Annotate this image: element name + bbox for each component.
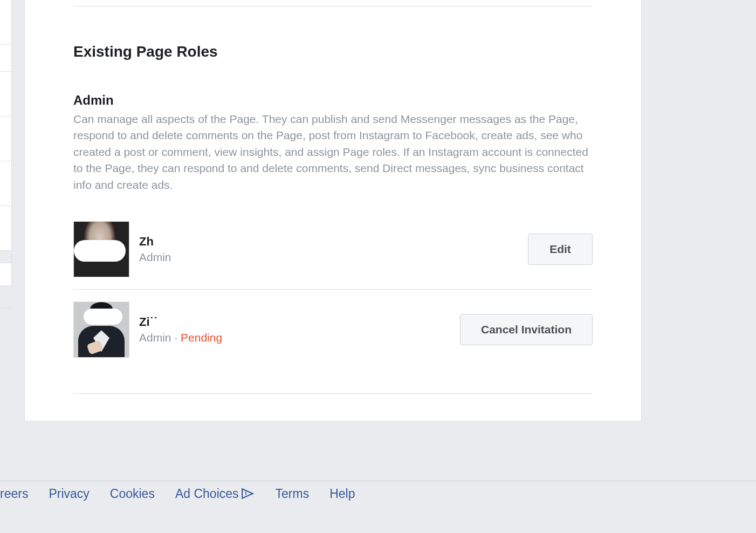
role-name: Zi˙˙ — [139, 315, 460, 329]
role-row: Zi˙˙ Admin · Pending Cancel Invitation — [73, 289, 593, 370]
footer-link-privacy[interactable]: Privacy — [49, 454, 89, 533]
avatar — [73, 221, 129, 277]
cancel-invitation-button[interactable]: Cancel Invitation — [460, 314, 593, 345]
role-name: Zh — [139, 235, 528, 249]
role-row: Zh Admin Edit — [73, 209, 593, 289]
role-sub: Admin · Pending — [139, 331, 460, 344]
footer-links: reers Privacy Cookies Ad Choices i Terms… — [0, 441, 756, 533]
role-label: Admin — [139, 251, 171, 263]
svg-text:i: i — [245, 490, 246, 496]
role-info: Zh Admin — [129, 235, 528, 264]
avatar — [73, 302, 129, 358]
footer-link-cookies[interactable]: Cookies — [110, 454, 155, 533]
role-sub: Admin — [139, 251, 528, 264]
footer-link-help[interactable]: Help — [329, 454, 355, 533]
left-nav-fragment — [0, 0, 12, 286]
footer-link-careers[interactable]: reers — [0, 454, 28, 533]
status-badge: Pending — [181, 331, 222, 344]
divider — [73, 393, 593, 394]
separator-dot: · — [174, 331, 181, 344]
section-title: Existing Page Roles — [73, 43, 593, 60]
role-group-description: Can manage all aspects of the Page. They… — [73, 111, 593, 193]
role-group-title: Admin — [73, 93, 593, 108]
adchoices-icon: i — [241, 488, 255, 500]
divider — [73, 6, 593, 6]
footer-link-ad-choices[interactable]: Ad Choices i — [175, 454, 255, 533]
role-label: Admin — [139, 331, 171, 344]
footer-link-terms[interactable]: Terms — [276, 454, 310, 533]
role-info: Zi˙˙ Admin · Pending — [129, 315, 460, 344]
ad-choices-label: Ad Choices — [175, 487, 239, 501]
page-roles-card: Existing Page Roles Admin Can manage all… — [24, 0, 642, 421]
edit-button[interactable]: Edit — [528, 234, 593, 265]
